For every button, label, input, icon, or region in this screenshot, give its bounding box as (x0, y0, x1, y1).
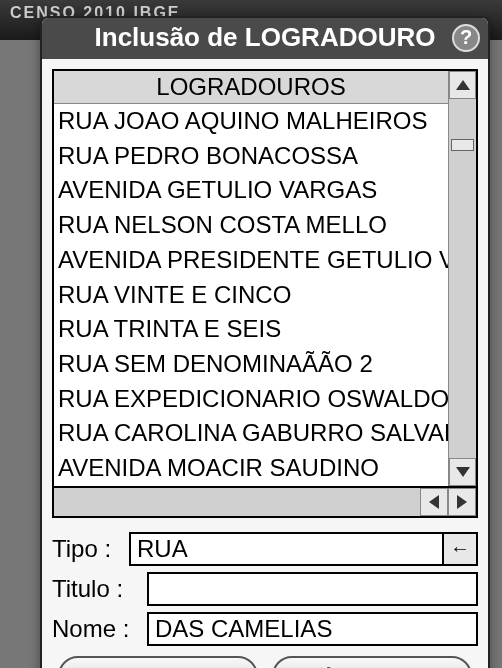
list-item[interactable]: RUA JOAO AQUINO MALHEIROS (54, 104, 448, 139)
tipo-clear-button[interactable]: ← (444, 532, 478, 566)
dialog-window: Inclusão de LOGRADOURO ? LOGRADOUROS RUA… (40, 16, 490, 668)
scroll-track[interactable] (449, 99, 476, 458)
form-area: Tipo : ← Titulo : Nome : (52, 532, 478, 646)
help-button[interactable]: ? (452, 24, 480, 52)
titulo-row: Titulo : (52, 572, 478, 606)
ok-button-label: OK (155, 663, 190, 668)
tipo-row: Tipo : ← (52, 532, 478, 566)
triangle-left-icon (429, 495, 439, 509)
dialog-title: Inclusão de LOGRADOURO (95, 22, 436, 53)
list-item[interactable]: RUA SEM DENOMINAÃÃO 2 (54, 347, 448, 382)
list-item[interactable]: AVENIDA GETULIO VARGAS (54, 173, 448, 208)
vertical-scrollbar[interactable] (448, 71, 476, 486)
logradouros-listbox[interactable]: LOGRADOUROS RUA JOAO AQUINO MALHEIROS RU… (54, 71, 448, 486)
list-item[interactable]: RUA EXPEDICIONARIO OSWALDO (54, 382, 448, 417)
scroll-right-button[interactable] (448, 488, 476, 516)
titulo-label: Titulo : (52, 575, 147, 603)
list-header: LOGRADOUROS (54, 71, 448, 104)
nome-input[interactable] (147, 612, 478, 646)
list-item[interactable]: RUA VINTE E CINCO (54, 278, 448, 313)
list-item[interactable]: AVENIDA PRESIDENTE GETULIO V (54, 243, 448, 278)
list-item[interactable]: RUA NELSON COSTA MELLO (54, 208, 448, 243)
tipo-label: Tipo : (52, 535, 129, 563)
list-item[interactable]: AVENIDA MOACIR SAUDINO (54, 451, 448, 486)
list-item[interactable]: RUA PEDRO BONACOSSA (54, 139, 448, 174)
nome-row: Nome : (52, 612, 478, 646)
horizontal-scrollbar[interactable] (52, 488, 478, 518)
button-row: ✓ OK ✗ Cancelar (52, 656, 478, 668)
scroll-up-button[interactable] (449, 71, 476, 99)
triangle-up-icon (456, 80, 470, 90)
cancel-button-label: Cancelar (339, 663, 435, 668)
titulo-input[interactable] (147, 572, 478, 606)
triangle-down-icon (456, 467, 470, 477)
list-item[interactable]: RUA TRINTA E SEIS (54, 312, 448, 347)
titlebar: Inclusão de LOGRADOURO ? (42, 18, 488, 59)
triangle-right-icon (457, 495, 467, 509)
scroll-left-button[interactable] (420, 488, 448, 516)
nome-label: Nome : (52, 615, 147, 643)
listbox-container: LOGRADOUROS RUA JOAO AQUINO MALHEIROS RU… (52, 69, 478, 488)
tipo-input[interactable] (129, 532, 444, 566)
list-item[interactable]: RUA CAROLINA GABURRO SALVAD (54, 416, 448, 451)
scroll-thumb[interactable] (451, 139, 474, 151)
x-icon: ✗ (309, 663, 329, 668)
scroll-down-button[interactable] (449, 458, 476, 486)
ok-button[interactable]: ✓ OK (58, 656, 258, 668)
hscroll-track[interactable] (54, 488, 420, 516)
list-items: RUA JOAO AQUINO MALHEIROS RUA PEDRO BONA… (54, 104, 448, 486)
cancel-button[interactable]: ✗ Cancelar (272, 656, 472, 668)
dialog-body: LOGRADOUROS RUA JOAO AQUINO MALHEIROS RU… (42, 59, 488, 668)
check-icon: ✓ (127, 664, 145, 668)
